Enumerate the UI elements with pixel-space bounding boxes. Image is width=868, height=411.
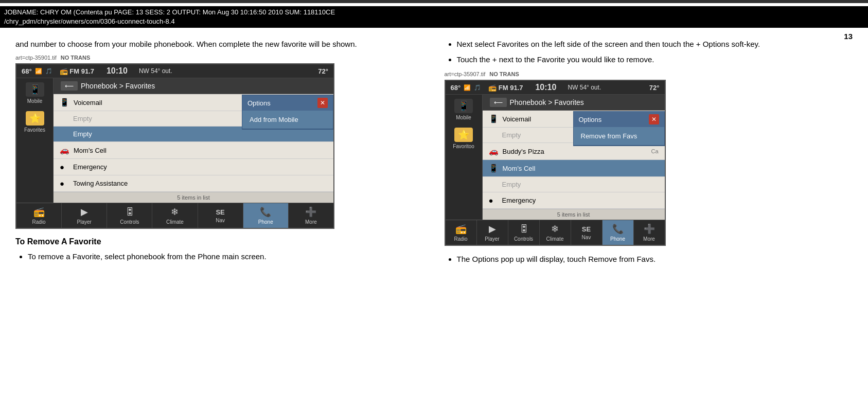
options-close-button-2[interactable]: ✕ [649,114,659,124]
top-divider [0,0,868,3]
nav-controls-2[interactable]: 🎛 Controls [508,220,540,245]
nav-more-2[interactable]: ➕ More [634,220,665,245]
breadcrumb-1: Phonebook > Favorites [81,82,155,90]
nav-controls-1[interactable]: 🎛 Controls [107,203,152,228]
buddys-icon-2: 🚗 [489,147,499,156]
nav-radio-2[interactable]: 📻 Radio [446,220,477,245]
screen-list-area-2: ⟵ Phonebook > Favorites 📱 Voicemail Ca [483,95,665,220]
screen-body-1: 📱 Mobile ⭐ Favorites ⟵ Phonebook > Favor… [16,78,333,203]
breadcrumb-2: Phonebook > Favorites [510,98,584,106]
nav-radio-1[interactable]: 📻 Radio [16,203,62,228]
nav-climate-1[interactable]: ❄ Climate [152,203,198,228]
favorites-icon-1: ⭐ [26,111,44,126]
header-line2: /chry_pdm/chrysler/owners/com/0306-uconn… [4,17,864,26]
sidebar-mobile-2[interactable]: 📱 Mobile [454,99,473,120]
climate-label-2: Climate [546,236,564,242]
list-item-emergency-1[interactable]: ● Emergency [54,159,333,175]
nav-nav-1[interactable]: SE Nav [198,203,243,228]
momscell-label-2: Mom's Cell [503,165,536,172]
nav-climate-2[interactable]: ❄ Climate [540,220,571,245]
screen-sidebar-1: 📱 Mobile ⭐ Favorites [16,78,54,203]
voicemail-icon-1: 📱 [60,98,69,107]
controls-icon-2: 🎛 [519,224,528,235]
favorites-label-1: Favorites [24,127,45,133]
screen-body-2: 📱 Mobile ⭐ Favoritoo ⟵ Phonebook > Favor… [446,95,665,220]
back-button-2[interactable]: ⟵ [490,98,507,107]
list-item-momscell-1[interactable]: 🚗 Mom's Cell [54,142,333,159]
list-item-emergency-2[interactable]: ● Emergency [483,192,665,209]
intro-paragraph: and number to choose from your mobile ph… [15,38,424,50]
right-bullet-1: Next select Favorites on the left side o… [457,38,853,50]
bt-icon-2: 🎵 [474,84,481,91]
options-close-button-1[interactable]: ✕ [317,98,328,108]
phone-icon-1: 📞 [260,206,271,218]
sidebar-favorites-1[interactable]: ⭐ Favorites [24,111,45,133]
radio-label-2: Radio [454,236,467,242]
climate-label-1: Climate [166,219,184,225]
temp-left-2: 68° [451,84,461,92]
screen-list-area-1: ⟵ Phonebook > Favorites 📱 Voicemail Empt… [54,78,333,203]
right-column: Next select Favorites on the left side o… [445,38,853,271]
nav-more-1[interactable]: ➕ More [289,203,333,228]
towing-label-1: Towing Assistance [73,180,128,187]
more-label-1: More [305,219,317,225]
player-label-1: Player [77,219,92,225]
voicemail-label-1: Voicemail [74,99,102,106]
list-item-towing-1[interactable]: ● Towing Assistance [54,175,333,192]
right-bullet-3: The Options pop up will display, touch R… [457,253,853,265]
options-add-from-mobile[interactable]: Add from Mobile [242,111,333,129]
options-popup-1: Options ✕ Add from Mobile [242,95,333,130]
header-bar: JOBNAME: CHRY OM (Contenta pu PAGE: 13 S… [0,6,868,28]
time-1: 10:10 [107,66,128,76]
nav-player-1[interactable]: ▶ Player [62,203,107,228]
header-line1: JOBNAME: CHRY OM (Contenta pu PAGE: 13 S… [4,8,864,17]
radio-info-2: 📻 FM 91.7 [488,84,523,92]
emergency-icon-1: ● [60,163,69,171]
left-column: and number to choose from your mobile ph… [15,38,424,271]
left-bullet-1: To remove a Favorite, select phonebook f… [28,251,424,263]
options-title-2: Options [579,116,602,123]
list-item-empty2-2[interactable]: Empty [483,177,665,192]
player-label-2: Player [485,236,499,242]
temp-left-1: 68° [22,67,32,75]
items-count-1: 5 items in list [54,192,333,203]
empty2-label-1: Empty [73,130,92,138]
no-trans-label-2: NO TRANS [489,71,519,77]
nav-info-1: NW 54° out. [139,67,172,75]
radio-icon-2: 📻 [455,223,467,235]
back-button-1[interactable]: ⟵ [61,81,78,91]
momscell-label-1: Mom's Cell [74,147,107,154]
momscell-icon-1: 🚗 [60,146,69,155]
controls-label-2: Controls [514,236,533,242]
emergency-icon-2: ● [489,196,498,205]
car-screen-2: 68° 📶 🎵 📻 FM 91.7 10:10 NW 54° out. 72° … [445,80,666,246]
emergency-label-2: Emergency [502,196,536,204]
phone-label-2: Phone [610,236,625,242]
empty1-label-1: Empty [73,115,92,122]
temp-right-1: 72° [318,67,328,75]
sidebar-mobile-1[interactable]: 📱 Mobile [26,82,44,104]
towing-icon-1: ● [60,179,69,188]
phone-icon-2: 📞 [612,223,624,235]
empty2-label-2: Empty [502,181,521,188]
nav-phone-1[interactable]: 📞 Phone [243,203,289,228]
radio-icon-1: 📻 [33,206,45,218]
momscell-icon-2: 📱 [489,164,499,173]
more-icon-1: ➕ [305,206,316,218]
art-label-2: art=ctp-35907.tif [445,71,486,77]
options-remove-from-favs[interactable]: Remove from Favs [574,127,664,146]
options-popup-header-2: Options ✕ [574,112,664,127]
climate-icon-2: ❄ [551,223,559,235]
signal-1: 📶 [35,68,42,75]
nav-label-1: Nav [216,218,225,223]
empty1-label-2: Empty [502,131,521,139]
more-label-2: More [643,236,655,242]
list-item-momscell-2[interactable]: 📱 Mom's Cell [483,160,665,177]
right-bullet-2: Touch the + next to the Favorite you wou… [457,53,853,66]
nav-phone-2[interactable]: 📞 Phone [603,220,634,245]
sidebar-favorites-2[interactable]: ⭐ Favoritoo [453,128,474,149]
nav-nav-2[interactable]: SE Nav [571,220,603,245]
signal-2: 📶 [464,84,471,91]
nav-player-2[interactable]: ▶ Player [477,220,508,245]
nav-icon-1: SE [216,208,224,216]
